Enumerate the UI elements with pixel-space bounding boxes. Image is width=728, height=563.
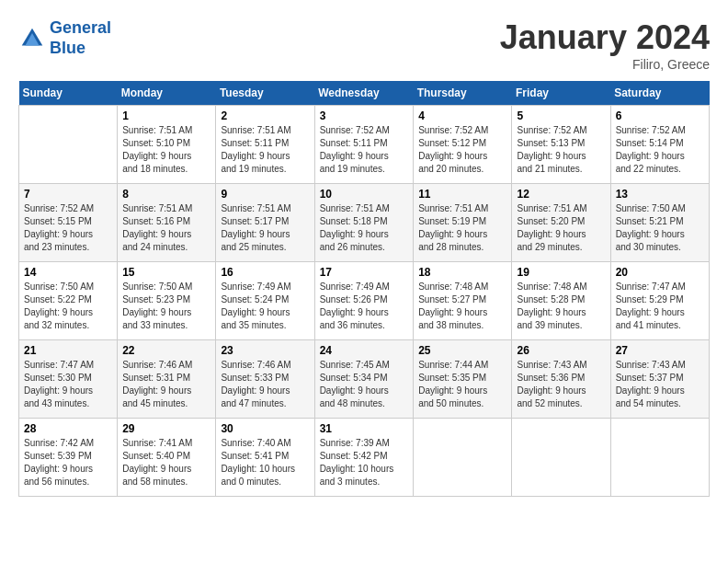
day-number: 14	[24, 266, 112, 279]
day-number: 11	[418, 188, 506, 201]
day-number: 22	[122, 344, 210, 357]
calendar-cell: 3Sunrise: 7:52 AM Sunset: 5:11 PM Daylig…	[314, 106, 414, 184]
day-number: 13	[616, 188, 704, 201]
calendar-cell: 26Sunrise: 7:43 AM Sunset: 5:36 PM Dayli…	[512, 340, 610, 419]
logo-text: General Blue	[50, 18, 111, 58]
calendar-week-row: 14Sunrise: 7:50 AM Sunset: 5:22 PM Dayli…	[19, 262, 710, 340]
day-info: Sunrise: 7:51 AM Sunset: 5:16 PM Dayligh…	[122, 202, 210, 254]
calendar-cell: 27Sunrise: 7:43 AM Sunset: 5:37 PM Dayli…	[610, 340, 709, 419]
calendar-cell: 8Sunrise: 7:51 AM Sunset: 5:16 PM Daylig…	[118, 184, 216, 262]
calendar-cell: 13Sunrise: 7:50 AM Sunset: 5:21 PM Dayli…	[610, 184, 709, 262]
calendar-cell	[414, 419, 512, 497]
day-info: Sunrise: 7:52 AM Sunset: 5:13 PM Dayligh…	[517, 124, 605, 176]
day-number: 23	[221, 344, 309, 357]
day-info: Sunrise: 7:43 AM Sunset: 5:36 PM Dayligh…	[517, 359, 605, 410]
weekday-header-thursday: Thursday	[414, 81, 512, 106]
calendar-cell: 23Sunrise: 7:46 AM Sunset: 5:33 PM Dayli…	[216, 340, 314, 419]
day-info: Sunrise: 7:50 AM Sunset: 5:23 PM Dayligh…	[122, 281, 210, 332]
calendar-cell	[19, 106, 118, 184]
title-block: January 2024 Filiro, Greece	[500, 18, 710, 72]
calendar-cell: 21Sunrise: 7:47 AM Sunset: 5:30 PM Dayli…	[19, 340, 118, 419]
day-info: Sunrise: 7:40 AM Sunset: 5:41 PM Dayligh…	[221, 437, 309, 488]
day-number: 12	[517, 188, 605, 201]
calendar-cell: 14Sunrise: 7:50 AM Sunset: 5:22 PM Dayli…	[19, 262, 118, 340]
day-number: 28	[24, 422, 112, 435]
calendar-cell: 20Sunrise: 7:47 AM Sunset: 5:29 PM Dayli…	[610, 262, 709, 340]
day-info: Sunrise: 7:43 AM Sunset: 5:37 PM Dayligh…	[616, 359, 704, 410]
day-number: 29	[122, 422, 210, 435]
page-header: General Blue January 2024 Filiro, Greece	[18, 18, 710, 72]
day-info: Sunrise: 7:47 AM Sunset: 5:30 PM Dayligh…	[24, 359, 112, 410]
day-number: 26	[517, 344, 605, 357]
calendar-cell: 11Sunrise: 7:51 AM Sunset: 5:19 PM Dayli…	[414, 184, 512, 262]
calendar-cell: 15Sunrise: 7:50 AM Sunset: 5:23 PM Dayli…	[118, 262, 216, 340]
calendar-cell: 1Sunrise: 7:51 AM Sunset: 5:10 PM Daylig…	[118, 106, 216, 184]
calendar-cell: 24Sunrise: 7:45 AM Sunset: 5:34 PM Dayli…	[314, 340, 414, 419]
calendar-cell: 12Sunrise: 7:51 AM Sunset: 5:20 PM Dayli…	[512, 184, 610, 262]
day-number: 3	[320, 109, 409, 122]
day-number: 31	[320, 422, 409, 435]
calendar-cell: 25Sunrise: 7:44 AM Sunset: 5:35 PM Dayli…	[414, 340, 512, 419]
day-info: Sunrise: 7:52 AM Sunset: 5:11 PM Dayligh…	[320, 124, 409, 176]
calendar-cell: 28Sunrise: 7:42 AM Sunset: 5:39 PM Dayli…	[19, 419, 118, 497]
day-info: Sunrise: 7:51 AM Sunset: 5:19 PM Dayligh…	[418, 202, 506, 254]
logo: General Blue	[18, 18, 111, 58]
day-number: 9	[221, 188, 309, 201]
day-info: Sunrise: 7:51 AM Sunset: 5:20 PM Dayligh…	[517, 202, 605, 254]
calendar-cell: 31Sunrise: 7:39 AM Sunset: 5:42 PM Dayli…	[314, 419, 414, 497]
weekday-header-sunday: Sunday	[19, 81, 118, 106]
day-info: Sunrise: 7:46 AM Sunset: 5:31 PM Dayligh…	[122, 359, 210, 410]
day-info: Sunrise: 7:52 AM Sunset: 5:15 PM Dayligh…	[24, 202, 112, 254]
calendar-week-row: 7Sunrise: 7:52 AM Sunset: 5:15 PM Daylig…	[19, 184, 710, 262]
day-number: 30	[221, 422, 309, 435]
weekday-header-wednesday: Wednesday	[314, 81, 414, 106]
day-info: Sunrise: 7:41 AM Sunset: 5:40 PM Dayligh…	[122, 437, 210, 488]
day-number: 8	[122, 188, 210, 201]
calendar-cell: 6Sunrise: 7:52 AM Sunset: 5:14 PM Daylig…	[610, 106, 709, 184]
calendar-cell: 30Sunrise: 7:40 AM Sunset: 5:41 PM Dayli…	[216, 419, 314, 497]
day-number: 7	[24, 188, 112, 201]
calendar-cell: 18Sunrise: 7:48 AM Sunset: 5:27 PM Dayli…	[414, 262, 512, 340]
calendar-cell: 19Sunrise: 7:48 AM Sunset: 5:28 PM Dayli…	[512, 262, 610, 340]
day-number: 24	[320, 344, 409, 357]
day-number: 25	[418, 344, 506, 357]
day-info: Sunrise: 7:52 AM Sunset: 5:14 PM Dayligh…	[616, 124, 704, 176]
day-number: 16	[221, 266, 309, 279]
calendar-cell	[512, 419, 610, 497]
day-number: 15	[122, 266, 210, 279]
weekday-header-row: SundayMondayTuesdayWednesdayThursdayFrid…	[19, 81, 710, 106]
calendar-cell: 4Sunrise: 7:52 AM Sunset: 5:12 PM Daylig…	[414, 106, 512, 184]
calendar-week-row: 1Sunrise: 7:51 AM Sunset: 5:10 PM Daylig…	[19, 106, 710, 184]
day-info: Sunrise: 7:50 AM Sunset: 5:22 PM Dayligh…	[24, 281, 112, 332]
calendar-cell: 10Sunrise: 7:51 AM Sunset: 5:18 PM Dayli…	[314, 184, 414, 262]
location: Filiro, Greece	[500, 57, 710, 72]
weekday-header-monday: Monday	[118, 81, 216, 106]
day-info: Sunrise: 7:42 AM Sunset: 5:39 PM Dayligh…	[24, 437, 112, 488]
day-info: Sunrise: 7:46 AM Sunset: 5:33 PM Dayligh…	[221, 359, 309, 410]
calendar-table: SundayMondayTuesdayWednesdayThursdayFrid…	[18, 81, 710, 497]
calendar-cell: 2Sunrise: 7:51 AM Sunset: 5:11 PM Daylig…	[216, 106, 314, 184]
day-number: 18	[418, 266, 506, 279]
day-info: Sunrise: 7:49 AM Sunset: 5:24 PM Dayligh…	[221, 281, 309, 332]
day-number: 1	[122, 109, 210, 122]
calendar-cell: 5Sunrise: 7:52 AM Sunset: 5:13 PM Daylig…	[512, 106, 610, 184]
day-info: Sunrise: 7:51 AM Sunset: 5:10 PM Dayligh…	[122, 124, 210, 176]
day-number: 5	[517, 109, 605, 122]
month-title: January 2024	[500, 18, 710, 57]
logo-line1: General	[50, 18, 111, 37]
day-number: 21	[24, 344, 112, 357]
day-number: 20	[616, 266, 704, 279]
calendar-cell: 22Sunrise: 7:46 AM Sunset: 5:31 PM Dayli…	[118, 340, 216, 419]
day-number: 4	[418, 109, 506, 122]
day-info: Sunrise: 7:52 AM Sunset: 5:12 PM Dayligh…	[418, 124, 506, 176]
day-number: 19	[517, 266, 605, 279]
day-info: Sunrise: 7:45 AM Sunset: 5:34 PM Dayligh…	[320, 359, 409, 410]
day-info: Sunrise: 7:51 AM Sunset: 5:17 PM Dayligh…	[221, 202, 309, 254]
calendar-cell	[610, 419, 709, 497]
day-info: Sunrise: 7:44 AM Sunset: 5:35 PM Dayligh…	[418, 359, 506, 410]
day-info: Sunrise: 7:51 AM Sunset: 5:18 PM Dayligh…	[320, 202, 409, 254]
weekday-header-tuesday: Tuesday	[216, 81, 314, 106]
day-info: Sunrise: 7:48 AM Sunset: 5:27 PM Dayligh…	[418, 281, 506, 332]
day-info: Sunrise: 7:39 AM Sunset: 5:42 PM Dayligh…	[320, 437, 409, 488]
day-info: Sunrise: 7:47 AM Sunset: 5:29 PM Dayligh…	[616, 281, 704, 332]
